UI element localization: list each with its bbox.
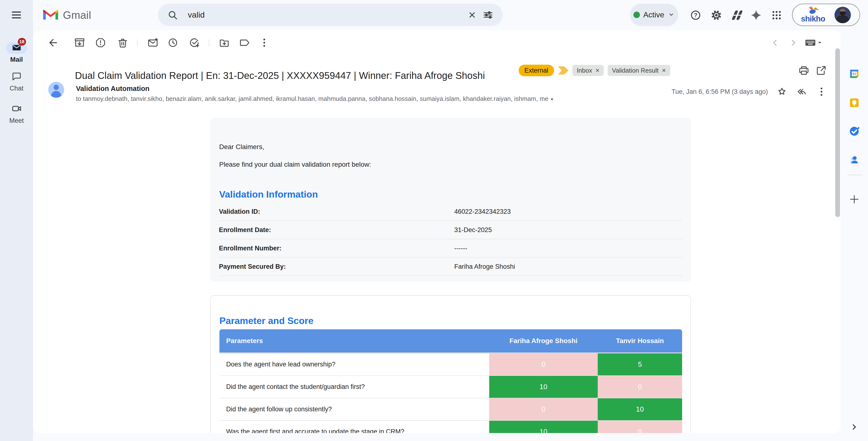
sidebar-item-meet[interactable]: Meet — [0, 103, 33, 124]
sidebar-item-label: Meet — [0, 117, 33, 124]
label-chip-validation-result[interactable]: Validation Result × — [608, 65, 670, 76]
remove-label-icon[interactable]: × — [662, 66, 666, 74]
toolbar-divider — [137, 39, 138, 47]
archive-icon[interactable] — [72, 35, 87, 50]
workspace-labs-icon[interactable] — [729, 7, 745, 23]
newer-conversation-chevron-left-icon[interactable] — [768, 35, 783, 50]
labels-icon[interactable] — [237, 35, 252, 50]
status-label: Active — [643, 10, 664, 19]
add-to-tasks-icon[interactable] — [187, 35, 202, 50]
main-menu-button[interactable] — [9, 7, 24, 23]
shikho-bird-icon — [808, 6, 819, 14]
chat-icon — [11, 71, 22, 82]
mark-unread-icon[interactable] — [145, 35, 160, 50]
delete-icon[interactable] — [115, 35, 130, 50]
report-spam-icon[interactable] — [93, 35, 108, 50]
score-cell: 0 — [598, 376, 682, 398]
parameter-cell: Does the agent have lead ownership? — [219, 353, 489, 375]
status-selector[interactable]: Active — [630, 4, 678, 26]
search-icon[interactable] — [165, 7, 181, 23]
email-subject: Dual Claim Validation Report | En: 31-De… — [75, 70, 485, 81]
section-title-validation-information: Validation Information — [219, 189, 318, 200]
companion-side-panel: 31 — [841, 30, 868, 441]
profile-pill[interactable]: shikho — [792, 4, 860, 26]
toolbar-divider — [209, 39, 209, 47]
score-table-row: Does the agent have lead ownership?05 — [219, 353, 682, 376]
calendar-icon[interactable]: 31 — [847, 66, 862, 81]
info-value: 31-Dec-2025 — [454, 226, 492, 234]
parameter-cell: Did the agent contact the student/guardi… — [219, 376, 489, 398]
unread-count-badge: 18 — [18, 38, 26, 46]
svg-text:31: 31 — [852, 72, 856, 76]
active-status-dot — [633, 11, 640, 18]
intro-text: Please find your dual claim validation r… — [219, 161, 371, 168]
gmail-logo: Gmail — [43, 0, 91, 30]
validation-info-rows: Validation ID:46022-2342342323Enrollment… — [219, 203, 682, 276]
scrollbar[interactable] — [835, 48, 840, 217]
contacts-icon[interactable] — [847, 152, 862, 167]
info-label: Validation ID: — [219, 208, 454, 215]
recipients-line[interactable]: to tanmoy.debnath, tanvir.sikho, benazir… — [76, 95, 529, 102]
more-options-icon[interactable] — [257, 35, 272, 50]
score-cell: 10 — [598, 398, 682, 420]
importance-marker-icon[interactable] — [558, 66, 568, 75]
reply-all-icon[interactable] — [795, 85, 808, 98]
settings-gear-icon[interactable] — [708, 7, 724, 23]
open-in-new-icon[interactable] — [814, 63, 829, 78]
validation-info-row: Validation ID:46022-2342342323 — [219, 203, 682, 221]
score-cell: 10 — [489, 376, 598, 398]
info-value: Fariha Afroge Shoshi — [454, 263, 515, 270]
keep-notes-icon[interactable] — [847, 95, 862, 110]
help-icon[interactable]: ? — [688, 7, 704, 23]
sidebar-item-label: Mail — [0, 56, 33, 63]
search-bar[interactable] — [158, 4, 503, 26]
meet-pill[interactable] — [6, 103, 27, 115]
keyboard-caret-icon — [817, 39, 823, 46]
snooze-icon[interactable] — [165, 35, 180, 50]
video-camera-icon — [11, 103, 22, 115]
get-add-ons-plus-icon[interactable] — [847, 192, 862, 206]
validation-info-card: Dear Claimers, Please find your dual cla… — [210, 118, 691, 281]
score-table-body: Does the agent have lead ownership?05Did… — [219, 353, 682, 433]
hide-side-panel-chevron-icon[interactable] — [847, 420, 861, 434]
label-chip-inbox[interactable]: Inbox × — [572, 65, 604, 76]
back-to-inbox-button[interactable] — [45, 35, 61, 50]
score-column-header: Parameters — [219, 337, 489, 345]
show-details-caret-icon[interactable]: ▾ — [551, 96, 553, 102]
remove-label-icon[interactable]: × — [595, 66, 599, 74]
sidebar-item-chat[interactable]: Chat — [0, 71, 33, 92]
workspace-brand-logo: shikho — [795, 6, 831, 24]
mail-pill[interactable]: 18 — [6, 42, 27, 54]
brand-name: shikho — [801, 14, 825, 24]
search-filter-tune-icon[interactable] — [480, 7, 496, 23]
sidebar-item-mail[interactable]: 18 Mail — [0, 42, 33, 63]
top-app-bar: Gmail Active ? — [33, 0, 868, 30]
conversation-panel: Dual Claim Validation Report | En: 31-De… — [33, 30, 841, 433]
score-table-row: Did the agent follow up consistently?010 — [219, 398, 682, 421]
print-icon[interactable] — [796, 63, 811, 78]
message-date: Tue, Jan 6, 6:56 PM (3 days ago) — [672, 88, 768, 95]
avatar — [835, 7, 851, 23]
tasks-icon[interactable] — [847, 124, 862, 139]
score-table: ParametersFariha Afroge ShoshiTanvir Hos… — [219, 329, 682, 433]
info-label: Enrollment Number: — [219, 245, 454, 252]
message-more-icon[interactable] — [815, 85, 828, 98]
older-conversation-chevron-right-icon[interactable] — [786, 35, 801, 50]
info-value: 46022-2342342323 — [454, 208, 511, 215]
info-label: Enrollment Date: — [219, 226, 454, 234]
star-icon[interactable] — [775, 85, 789, 98]
input-tools-keyboard-icon[interactable] — [802, 35, 825, 50]
gemini-icon[interactable] — [748, 7, 764, 23]
score-cell: 0 — [489, 398, 598, 420]
sender-avatar[interactable] — [48, 82, 64, 98]
score-column-header: Fariha Afroge Shoshi — [489, 337, 598, 345]
chat-pill[interactable] — [6, 71, 27, 83]
clear-search-icon[interactable] — [464, 7, 480, 23]
google-apps-grid-icon[interactable] — [769, 7, 784, 23]
greeting-text: Dear Claimers, — [219, 143, 264, 151]
score-cell: 0 — [598, 421, 682, 433]
search-input[interactable] — [187, 10, 464, 20]
section-title-parameter-score: Parameter and Score — [219, 316, 313, 326]
move-to-icon[interactable] — [217, 35, 232, 50]
gmail-m-icon — [43, 9, 58, 22]
